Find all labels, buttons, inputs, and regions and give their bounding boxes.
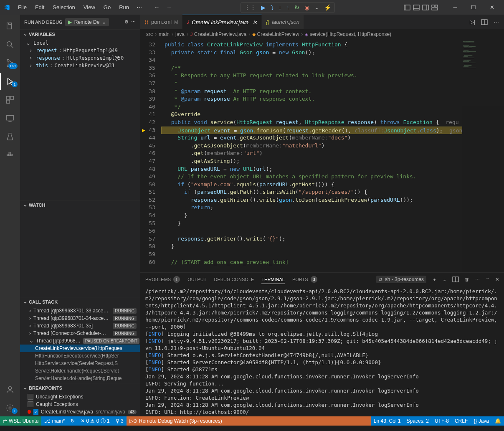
step-out-icon[interactable]: ↑ [286,4,289,11]
bp-uncaught[interactable]: Uncaught Exceptions [20,393,140,401]
chevron-down-icon[interactable] [314,4,319,10]
editor-tab[interactable]: {}launch.json [262,15,304,29]
close-icon[interactable]: ✕ [253,19,257,25]
gear-icon[interactable]: ⚙ [124,19,129,25]
editor-tab[interactable]: ⟨⟩pom.xmlM [140,15,182,29]
breadcrumb[interactable]: srcmainjavaJ CreateLinkPreview.java◆ Cre… [140,29,504,39]
breadcrumb-item[interactable]: main [159,31,170,37]
variables-header[interactable]: VARIABLES [20,30,140,38]
thread-item[interactable]: Thread [qtp399683701-35]RUNNING [20,322,140,330]
stack-frame[interactable]: ServletHandler.doHandle(String,Reque [20,375,140,382]
nav-fwd-icon[interactable]: → [166,4,172,10]
breadcrumb-item[interactable]: J CreateLinkPreview.java [190,31,246,37]
menu-view[interactable]: View [80,3,99,12]
split-terminal-icon[interactable] [452,276,459,283]
menu-run[interactable]: Run [115,3,133,12]
maximize-button[interactable]: ☐ [465,1,482,14]
breadcrumb-item[interactable]: ◈ service(HttpRequest, HttpResponse) [305,31,391,37]
status-ports[interactable]: ⚲ 3 [113,416,127,426]
activity-debug[interactable]: 1 [0,73,20,90]
var-item[interactable]: response: HttpResponseImpl@50 [20,54,140,62]
tab-terminal[interactable]: TERMINAL [261,275,285,284]
status-bell[interactable]: 🔔 [492,416,504,426]
more-icon[interactable] [131,19,136,25]
stack-frame[interactable]: ServletHolder.handle(Request,Servlet [20,367,140,375]
status-branch[interactable]: ⎇main* [41,416,68,426]
status-problems[interactable]: ✕ 0 ⚠ 0 ⓘ 1 [78,416,113,426]
callstack-header[interactable]: CALL STACK [20,297,140,306]
minimap[interactable]: ▬▬▬ ▬▬▬▬▬▬ ▬▬▬▬ ▬▬▬▬ ▬▬▬▬▬ ▬▬▬ ▬▬▬ ▬▬▬▬▬… [462,39,504,272]
thread-item[interactable]: Thread [qtp399683701-33 acce…RUNNING [20,307,140,314]
status-eol[interactable]: CRLF [452,416,471,426]
tab-output[interactable]: OUTPUT [187,275,206,284]
breadcrumb-item[interactable]: ◆ CreateLinkPreview [252,31,299,37]
var-item[interactable]: this: CreateLinkPreview@31 [20,62,140,69]
thread-paused[interactable]: Thread [qtp39968…PAUSED ON BREAKPOINT [20,337,140,345]
code-editor[interactable]: 3233343536373839404142▶43444546474849505… [140,39,504,272]
drag-handle-icon[interactable]: ⋮⋮ [244,4,256,11]
breakpoints-header[interactable]: BREAKPOINTS [20,383,140,392]
tab-ports[interactable]: PORTS3 [292,274,317,284]
layout-bottom-icon[interactable] [413,4,420,11]
thread-item[interactable]: Thread [Connector-Scheduler-…RUNNING [20,330,140,337]
breadcrumb-item[interactable]: src [146,31,153,37]
step-into-icon[interactable]: ↓ [279,4,281,11]
continue-icon[interactable]: ▶ [261,4,266,11]
breakpoint-item[interactable]: ✓CreateLinkPreview.javasrc/main/java43 [20,408,140,416]
menu-file[interactable]: File [14,3,30,12]
tab-problems[interactable]: PROBLEMS1 [145,274,180,284]
menu-go[interactable]: Go [100,3,114,12]
menu-edit[interactable]: Edit [31,3,48,12]
bp-caught[interactable]: Caught Exceptions [20,401,140,408]
status-spaces[interactable]: Spaces: 2 [404,416,432,426]
menu-selection[interactable]: Selection [49,3,79,12]
activity-extensions[interactable] [0,91,20,108]
activity-explorer[interactable] [0,18,20,35]
activity-settings[interactable]: 1 [0,400,20,416]
more-icon[interactable] [494,19,499,25]
hot-reload-icon[interactable]: ⚡ [324,4,331,11]
status-lang[interactable]: {} Java [471,416,492,426]
close-panel-icon[interactable]: ✕ [495,277,499,282]
activity-remote[interactable] [0,110,20,127]
terminal-output[interactable]: /pierrick/.m2/repository/io/cloudevents/… [140,286,504,416]
status-lncol[interactable]: Ln 43, Col 1 [371,416,404,426]
var-item[interactable]: request: HttpRequestImpl@49 [20,47,140,54]
run-icon[interactable]: ▷| [470,19,475,25]
activity-account[interactable] [0,381,20,398]
layout-right-icon[interactable] [422,4,429,11]
chevron-down-icon[interactable] [443,277,446,282]
watch-header[interactable]: WATCH [20,200,140,209]
status-encoding[interactable]: UTF-8 [432,416,452,426]
status-sync[interactable]: ↻ [68,416,78,426]
activity-testing[interactable] [0,128,20,145]
new-terminal-icon[interactable]: ＋ [432,276,437,283]
trash-icon[interactable]: 🗑 [465,277,469,282]
debug-config-select[interactable]: ▶ Remote De [65,18,109,26]
minimize-button[interactable]: ─ [446,1,464,14]
stack-frame[interactable]: HttpServlet.service(ServletRequest,S [20,360,140,367]
activity-search[interactable] [0,36,20,53]
step-over-icon[interactable]: ⤵ [271,4,274,11]
stack-frame[interactable]: HttpFunctionExecutor.service(HttpSer [20,352,140,360]
checkbox[interactable] [28,394,33,400]
status-remote[interactable]: ⇄WSL: Ubuntu [0,416,41,426]
tab-debug-console[interactable]: DEBUG CONSOLE [214,275,254,284]
activity-docker[interactable] [0,147,20,163]
checkbox[interactable]: ✓ [33,409,38,415]
thread-item[interactable]: Thread [qtp399683701-34-acce…RUNNING [20,314,140,322]
stop-icon[interactable]: ◉ [304,4,309,11]
editor-tab[interactable]: JCreateLinkPreview.java✕ [182,15,262,29]
breadcrumb-item[interactable]: java [175,31,185,37]
terminal-select[interactable]: ⧉sh - 3p-resources [376,276,426,283]
activity-scm[interactable]: 1K+ [0,55,20,71]
stack-frame[interactable]: CreateLinkPreview.service(HttpReques [20,345,140,352]
scope-local[interactable]: Local [20,39,140,47]
maximize-panel-icon[interactable]: ⌃ [486,277,489,282]
checkbox[interactable] [28,401,33,407]
nav-back-icon[interactable]: ← [154,4,160,10]
close-button[interactable]: ✕ [483,1,501,14]
more-icon[interactable] [475,277,480,282]
status-debug[interactable]: ▷⊙Remote Debug Watch (3p-resources) [127,416,371,426]
layout-left-icon[interactable] [404,4,410,11]
